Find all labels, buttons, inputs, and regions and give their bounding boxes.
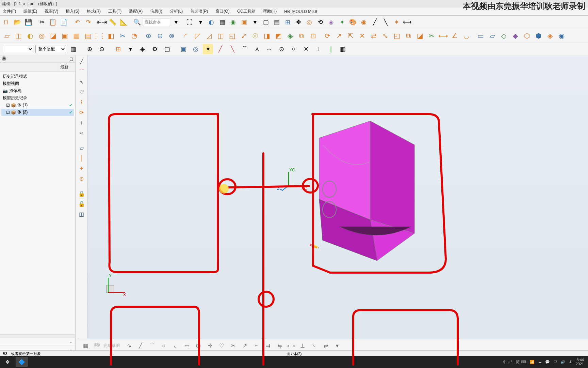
spline-icon[interactable]: ∿	[77, 77, 86, 87]
profile-icon[interactable]: ♡	[77, 87, 86, 97]
unite-icon[interactable]: ⊕	[143, 30, 154, 41]
tray-chat-icon[interactable]: 💬	[545, 360, 550, 364]
snap-circ-icon[interactable]: ○	[289, 44, 299, 54]
ruler-icon[interactable]: 📐	[118, 17, 129, 27]
tray-net-icon[interactable]: 🖧	[569, 360, 572, 364]
edge-blend-icon[interactable]: ◜	[180, 30, 191, 41]
clip-icon[interactable]: ◐	[206, 17, 216, 27]
box-icon[interactable]: ▣	[178, 44, 189, 54]
origin-icon[interactable]: ◎	[304, 17, 314, 27]
panel-collapse-icon[interactable]: ▢	[69, 57, 73, 61]
chamfer-icon[interactable]: ◸	[192, 30, 203, 41]
studio-icon[interactable]: ◉	[228, 17, 238, 27]
snap-ctr-icon[interactable]: ⊙	[276, 44, 287, 54]
wrap-icon[interactable]: ◈	[284, 30, 295, 41]
pad-icon[interactable]: ▦	[71, 30, 82, 41]
cs-icon[interactable]: ✦	[337, 17, 347, 27]
menu-gctools[interactable]: GC工具箱	[236, 8, 257, 15]
tray-shield-icon[interactable]: 🛡	[553, 360, 557, 364]
sk-arc-icon[interactable]: ⌒	[147, 341, 157, 351]
linear-dim-icon[interactable]: ⟷	[438, 30, 448, 41]
move-face-icon[interactable]: ↗	[333, 30, 344, 41]
menu-insert[interactable]: 插入(S)	[64, 8, 81, 15]
see-through-icon[interactable]: ▢	[261, 17, 271, 27]
sel-all-icon[interactable]: ▦	[68, 44, 78, 54]
sk-rect-icon[interactable]: ▭	[182, 341, 192, 351]
datum-axis-icon[interactable]: │	[77, 153, 86, 163]
snap-grid-icon[interactable]: ▦	[338, 44, 348, 54]
collapse-icon[interactable]: «	[77, 128, 86, 138]
tree-camera[interactable]: 📷摄像机	[1, 87, 74, 94]
sk-poly-icon[interactable]: ⬡	[193, 341, 203, 351]
sk-fillet-icon[interactable]: ◟	[170, 341, 180, 351]
radial-icon[interactable]: ◡	[461, 30, 472, 41]
snap-icon[interactable]: ⊞	[113, 44, 123, 54]
pocket-icon[interactable]: ◪	[48, 30, 59, 41]
intersect-icon[interactable]: ⊗	[166, 30, 177, 41]
replace-icon[interactable]: ⇄	[368, 30, 379, 41]
boss-icon[interactable]: ▣	[59, 30, 70, 41]
snap-quad-icon[interactable]: ⋏	[252, 44, 262, 54]
lock1-icon[interactable]: 🔒	[77, 189, 86, 198]
mirror-icon[interactable]: ◧	[105, 30, 116, 41]
subtract-icon[interactable]: ⊖	[154, 30, 165, 41]
scrollbar-horizontal[interactable]	[0, 334, 75, 338]
sk-trim-icon[interactable]: ✂	[228, 341, 238, 351]
tree-model-view[interactable]: 模型视图	[1, 80, 74, 87]
shade-icon[interactable]: ▦	[217, 17, 227, 27]
sk-line-icon[interactable]: ╱	[135, 341, 146, 351]
sk-dim-icon[interactable]: ⟷	[286, 341, 296, 351]
offset-curve-icon[interactable]: ⟳	[77, 108, 86, 117]
assoc-copy-icon[interactable]: ⧉	[296, 30, 307, 41]
angular-icon[interactable]: ∠	[449, 30, 460, 41]
ime-indicator[interactable]: 中 ♪ °，简 ⌨	[503, 359, 526, 365]
hole-icon[interactable]: ◎	[36, 30, 47, 41]
sk-offset-icon[interactable]: ⇉	[263, 341, 273, 351]
command-finder-icon[interactable]: 🔍	[132, 17, 142, 27]
sk-point-icon[interactable]: ✛	[205, 341, 215, 351]
taskbar-clock[interactable]: 8:44 2021	[576, 358, 584, 366]
surface4-icon[interactable]: ◆	[510, 30, 521, 41]
col-latest[interactable]: 最新	[58, 63, 75, 71]
tree-body-1[interactable]: ☑ 📦体 (1)✓	[1, 102, 74, 109]
menu-tools[interactable]: 工具(T)	[107, 8, 123, 15]
redo-icon[interactable]: ↷	[83, 17, 93, 27]
trim-icon[interactable]: ✂	[117, 30, 128, 41]
model-canvas[interactable]: YC XC ZC Y X	[88, 55, 588, 361]
copy-face-icon[interactable]: ⧉	[403, 30, 414, 41]
snap-end-icon[interactable]: ╱	[215, 44, 225, 54]
viewport[interactable]: YC XC ZC Y X ✏️	[88, 55, 588, 361]
command-search-input[interactable]	[143, 18, 170, 26]
menu-help[interactable]: 帮助(H)	[262, 8, 278, 15]
menu-file[interactable]: 文件(F)	[1, 8, 17, 15]
line-icon[interactable]: ╱	[77, 57, 86, 66]
sk-more-icon[interactable]: ▾	[332, 341, 342, 351]
face-op-icon[interactable]: ◫	[77, 209, 86, 219]
sel-filter2-icon[interactable]: ⊙	[97, 44, 107, 54]
cyl-icon[interactable]: ◎	[191, 44, 201, 54]
measure-icon[interactable]: 📏	[108, 17, 118, 27]
blend-icon[interactable]: ◔	[129, 30, 140, 41]
dimension-icon[interactable]: ⇤⇥	[97, 17, 107, 27]
col-name[interactable]	[0, 63, 58, 71]
sk-convert-icon[interactable]: ⇄	[321, 341, 331, 351]
lock2-icon[interactable]: 🔓	[77, 199, 86, 209]
style-dd-icon[interactable]: ▾	[250, 17, 260, 27]
new-icon[interactable]: 🗋	[1, 17, 12, 27]
snap-rect-icon[interactable]: ▢	[162, 44, 172, 54]
orient-icon[interactable]: ◈	[326, 17, 336, 27]
copy-icon[interactable]: 📋	[48, 17, 58, 27]
emboss-icon[interactable]: ◩	[273, 30, 284, 41]
datum-cs-icon[interactable]: ✦	[77, 164, 86, 173]
draft-icon[interactable]: ◿	[203, 30, 214, 41]
surface5-icon[interactable]: ⬡	[521, 30, 532, 41]
snap-dd-icon[interactable]: ▾	[125, 44, 135, 54]
paste-icon[interactable]: 📄	[59, 17, 69, 27]
snap-config-icon[interactable]: ⚙	[150, 44, 160, 54]
sel-filter1-icon[interactable]: ⊕	[84, 44, 95, 54]
menu-info[interactable]: 信息(I)	[149, 8, 163, 15]
menu-view[interactable]: 视图(V)	[43, 8, 60, 15]
menu-analysis[interactable]: 分析(L)	[168, 8, 184, 15]
extrude-icon[interactable]: ◫	[13, 30, 24, 41]
pattern-icon[interactable]: ⋮⋮	[94, 30, 105, 41]
